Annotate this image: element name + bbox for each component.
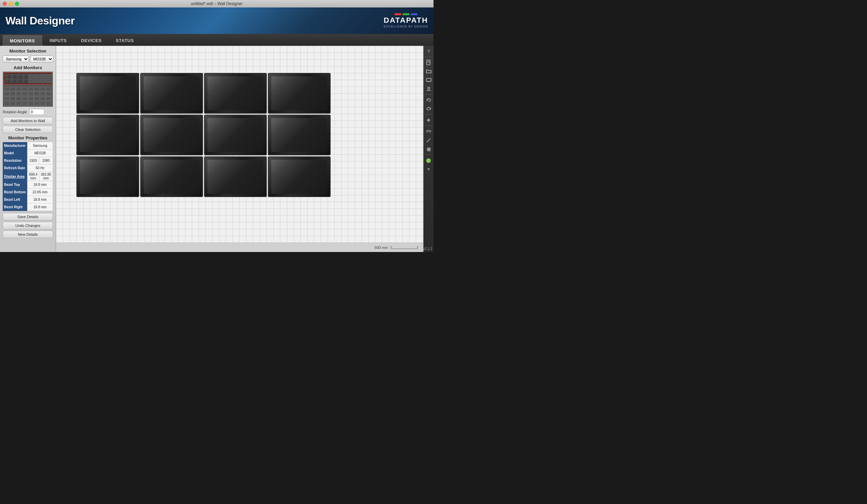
monitor-cell[interactable] xyxy=(34,74,39,78)
wall-monitor[interactable] xyxy=(76,156,139,197)
monitor-cell[interactable] xyxy=(4,101,10,106)
monitor-cell[interactable] xyxy=(40,91,45,96)
monitor-cell[interactable] xyxy=(16,96,21,101)
monitor-cell[interactable] xyxy=(46,87,51,91)
monitor-cell[interactable] xyxy=(40,87,45,91)
monitor-cell[interactable] xyxy=(10,91,15,96)
tab-inputs[interactable]: INPUTS xyxy=(43,35,74,46)
monitor-cell[interactable] xyxy=(28,91,34,96)
move-icon[interactable]: ✥ xyxy=(425,116,433,124)
monitor-wall-grid xyxy=(76,73,331,197)
monitor-cell[interactable] xyxy=(45,74,51,78)
monitor-cell[interactable] xyxy=(22,74,28,78)
add-monitors-button[interactable]: Add Monitors to Wall xyxy=(3,117,53,124)
monitor-cell[interactable] xyxy=(17,79,22,83)
monitor-cell[interactable] xyxy=(34,87,39,91)
grid-icon[interactable]: ▦ xyxy=(425,145,433,153)
maximize-button[interactable] xyxy=(15,2,19,6)
settings-icon[interactable]: ⬤ xyxy=(425,156,433,164)
toolbar-separator xyxy=(425,125,432,126)
prop-label-bezel-top: Bezel Top xyxy=(3,181,27,189)
monitor-grid-inner xyxy=(5,74,51,83)
app-title: Wall Designer xyxy=(6,14,75,27)
wall-monitor[interactable] xyxy=(268,73,331,113)
sidebar: Monitor Selection Samsung LG NEC MD32B M… xyxy=(0,46,56,252)
monitor-cell[interactable] xyxy=(4,96,10,101)
document-icon[interactable] xyxy=(425,58,433,66)
monitor-cell[interactable] xyxy=(22,96,28,101)
monitor-cell[interactable] xyxy=(34,96,39,101)
monitor-cell[interactable] xyxy=(10,87,15,91)
svg-point-5 xyxy=(428,87,430,89)
monitor-cell[interactable] xyxy=(16,91,21,96)
monitor-cell[interactable] xyxy=(34,79,39,83)
wall-monitor[interactable] xyxy=(204,156,267,197)
model-select[interactable]: MD32B MD32C UD55A xyxy=(30,56,53,63)
display-icon[interactable] xyxy=(425,76,433,84)
monitor-cell[interactable] xyxy=(46,91,51,96)
manufacturer-select[interactable]: Samsung LG NEC xyxy=(3,56,29,63)
wall-monitor[interactable] xyxy=(76,114,139,155)
tab-monitors[interactable]: MONITORS xyxy=(3,35,42,46)
new-details-button[interactable]: New Details xyxy=(3,231,53,238)
wall-monitor[interactable] xyxy=(268,156,331,197)
ruler-label: 500 mm xyxy=(374,245,388,250)
monitor-cell[interactable] xyxy=(4,91,10,96)
wall-monitor[interactable] xyxy=(268,114,331,155)
monitor-cell[interactable] xyxy=(5,79,11,83)
monitor-cell[interactable] xyxy=(28,79,34,83)
monitor-cell[interactable] xyxy=(5,74,11,78)
monitor-cell[interactable] xyxy=(34,101,39,106)
monitor-cell[interactable] xyxy=(22,91,28,96)
folder-icon[interactable] xyxy=(425,67,433,75)
monitor-cell[interactable] xyxy=(28,101,34,106)
add-monitors-title: Add Monitors xyxy=(3,65,53,70)
tab-devices[interactable]: DEVICES xyxy=(74,35,109,46)
monitor-cell[interactable] xyxy=(46,101,51,106)
monitor-cell[interactable] xyxy=(34,91,39,96)
grid-canvas[interactable] xyxy=(56,46,423,242)
monitor-cell[interactable] xyxy=(28,96,34,101)
monitor-cell[interactable] xyxy=(4,87,10,91)
undo-icon[interactable] xyxy=(425,96,433,104)
monitor-cell[interactable] xyxy=(16,101,21,106)
rotation-input[interactable] xyxy=(29,109,44,115)
monitor-cell[interactable] xyxy=(10,96,15,101)
dropdown-row: Samsung LG NEC MD32B MD32C UD55A xyxy=(3,56,53,63)
minimize-button[interactable] xyxy=(9,2,13,6)
monitor-cell[interactable] xyxy=(11,74,16,78)
help-icon[interactable]: ? xyxy=(425,47,433,55)
undo-changes-button[interactable]: Undo Changes xyxy=(3,222,53,229)
monitor-cell[interactable] xyxy=(40,74,45,78)
measure-icon[interactable] xyxy=(425,136,433,144)
monitor-cell[interactable] xyxy=(10,101,15,106)
clear-selection-button[interactable]: Clear Selection xyxy=(3,126,53,133)
monitor-cell[interactable] xyxy=(28,87,34,91)
monitor-cell[interactable] xyxy=(45,79,51,83)
monitor-cell[interactable] xyxy=(16,87,21,91)
monitor-cell[interactable] xyxy=(22,101,28,106)
monitor-cell[interactable] xyxy=(40,96,45,101)
monitor-cell[interactable] xyxy=(40,101,45,106)
wall-monitor[interactable] xyxy=(140,114,203,155)
wall-monitor[interactable] xyxy=(140,156,203,197)
wall-monitor[interactable] xyxy=(140,73,203,113)
save-details-button[interactable]: Save Details xyxy=(3,213,53,220)
monitor-cell[interactable] xyxy=(46,96,51,101)
monitor-cell[interactable] xyxy=(22,87,28,91)
monitor-cell[interactable] xyxy=(17,74,22,78)
monitor-cell[interactable] xyxy=(11,79,16,83)
close-button[interactable] xyxy=(3,2,7,6)
monitor-cell[interactable] xyxy=(28,74,34,78)
user-icon[interactable] xyxy=(425,85,433,93)
prop-label-resolution: Resolution xyxy=(3,157,27,164)
monitor-cell[interactable] xyxy=(40,79,45,83)
ruler-icon[interactable] xyxy=(425,127,433,135)
wall-monitor[interactable] xyxy=(204,73,267,113)
tab-status[interactable]: STATUS xyxy=(109,35,140,46)
redo-icon[interactable] xyxy=(425,105,433,113)
wall-monitor[interactable] xyxy=(204,114,267,155)
layers-icon[interactable]: ≡ xyxy=(425,165,433,173)
monitor-cell[interactable] xyxy=(22,79,28,83)
wall-monitor[interactable] xyxy=(76,73,139,113)
